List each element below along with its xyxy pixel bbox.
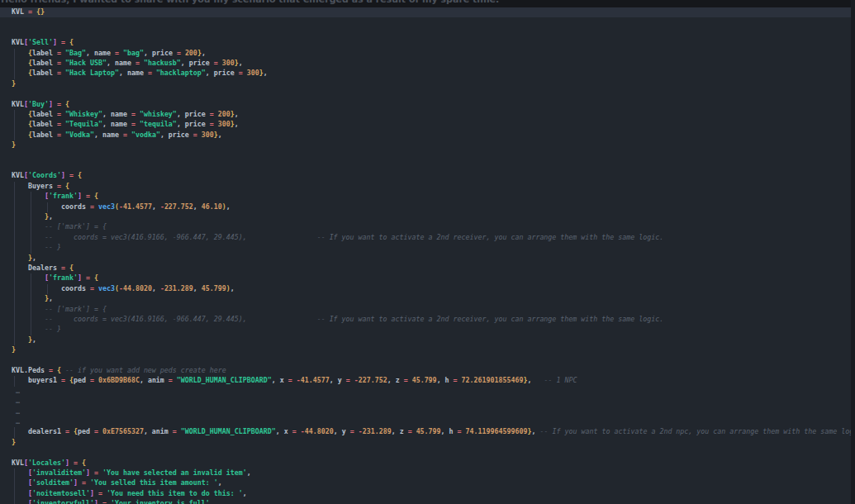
code-token-num: 46.10 — [202, 202, 222, 211]
code-line: -- coords = vec3(416.9166, -966.447, 29.… — [0, 315, 855, 325]
code-token-brace: } — [12, 79, 16, 88]
code-token-str: "tequila" — [140, 120, 177, 128]
code-token-brace: { — [65, 100, 69, 108]
code-token-plain: , — [239, 59, 243, 67]
code-token-num: 45.799 — [416, 427, 441, 435]
code-token-dots: … — [12, 387, 20, 395]
code-token-num: 74.119964599609 — [466, 427, 528, 435]
code-token-plain: KVL.Peds — [12, 366, 49, 374]
code-token-str: 'You have selected an invalid item' — [102, 468, 247, 477]
code-token-plain: , name — [102, 120, 131, 128]
indent-guide — [12, 233, 45, 243]
code-token-plain: , — [230, 284, 235, 292]
code-token-plain: , price — [177, 110, 210, 118]
code-token-plain: KVL — [12, 171, 24, 179]
code-token-plain: , — [152, 202, 160, 211]
code-token-plain: , — [210, 499, 214, 504]
code-line: buyers1 = {ped = 0x6BD9B68C, anim = "WOR… — [0, 376, 855, 386]
code-token-plain: , — [202, 49, 206, 57]
code-token-plain: , — [152, 284, 160, 292]
code-token-plain: , — [243, 489, 247, 497]
code-editor[interactable]: KVL = {}KVL['Sell'] = { {label = "Bag", … — [0, 7, 855, 504]
code-line — [0, 17, 855, 27]
code-line: {label = "Whiskey", name = "whiskey", pr… — [0, 110, 855, 120]
code-token-comment: -- if you want add new peds create here — [65, 366, 226, 374]
code-token-dots: … — [12, 417, 20, 426]
code-token-plain: label — [32, 59, 57, 67]
code-token-str: 'You need this item to do this: ' — [107, 489, 243, 497]
code-token-plain: , price — [144, 49, 177, 57]
code-line: ['inventoryfull'] = 'Your inventory is f… — [0, 499, 855, 504]
code-token-brace: } — [12, 438, 16, 446]
indent-guide — [12, 478, 28, 488]
code-token-plain: , price — [181, 59, 214, 67]
code-line: ['frank'] = { — [0, 192, 855, 202]
code-line: KVL['Coords'] = { — [0, 171, 855, 181]
code-token-str: 'Buy' — [28, 100, 49, 108]
code-token-str: "Vodka" — [65, 131, 94, 139]
code-token-str: "Hack Laptop" — [65, 69, 119, 77]
code-token-brace: { — [69, 38, 74, 46]
code-token-num: 41.4577 — [301, 376, 330, 384]
code-line: {label = "Vodka", name = "vodka", price … — [0, 131, 855, 140]
code-line — [0, 448, 855, 458]
indent-guide — [12, 489, 28, 499]
code-token-str: 'Locales' — [28, 459, 65, 467]
code-token-plain: , name — [86, 49, 115, 57]
code-line: {label = "Hack Laptop", name = "hacklapt… — [0, 69, 855, 78]
indent-guide — [12, 202, 61, 212]
code-line: } — [0, 79, 855, 89]
code-token-plain: , y — [334, 427, 350, 435]
code-token-plain: , h — [441, 427, 458, 435]
code-token-str: "Bag" — [65, 49, 86, 57]
code-token-str: 'inventoryfull' — [32, 499, 94, 504]
code-token-plain: label — [32, 49, 57, 57]
code-token-num: 0xE7565327 — [102, 427, 144, 435]
code-line — [0, 28, 855, 38]
code-token-plain: , price — [177, 120, 210, 128]
indent-guide — [12, 243, 45, 253]
code-line: … — [0, 407, 855, 417]
code-token-num: 72.261901855469 — [462, 376, 524, 384]
code-token-plain: , — [49, 294, 53, 302]
code-line: }, — [0, 254, 855, 264]
code-token-num: 300 — [202, 131, 214, 139]
code-token-num: 227.752 — [164, 202, 193, 211]
code-token-str: 'Sell' — [28, 38, 53, 46]
code-token-plain: , x — [276, 427, 292, 435]
indent-guide — [12, 468, 28, 478]
code-line: Dealers = { — [0, 264, 855, 273]
code-token-num: 200 — [185, 49, 197, 57]
editor-window: Hello friends, I wanted to share with yo… — [0, 0, 855, 504]
code-token-plain: KVL — [12, 38, 24, 46]
code-token-comment: -- coords = vec3(416.9166, -966.447, 29.… — [12, 233, 663, 241]
indent-guide — [12, 254, 28, 264]
code-token-plain: , price — [206, 69, 239, 77]
code-line: KVL['Sell'] = { — [0, 38, 855, 48]
code-token-brace: } — [12, 345, 16, 354]
code-token-num: 231.289 — [164, 284, 193, 292]
code-line: } — [0, 438, 855, 448]
code-token-comment: -- coords = vec3(416.9166, -966.447, 29.… — [12, 315, 663, 323]
indent-guide — [12, 335, 28, 345]
code-token-str: 'frank' — [49, 273, 78, 282]
code-token-plain: , name — [94, 131, 123, 139]
code-token-plain: label — [32, 120, 57, 128]
indent-guide — [12, 182, 28, 192]
code-token-brace: { — [78, 171, 82, 179]
editor-right-edge — [851, 0, 855, 504]
code-token-brace: { — [82, 459, 86, 467]
code-token-comment: -- 1 NPC — [544, 376, 577, 384]
code-token-brace: { — [94, 192, 98, 200]
indent-guide — [12, 212, 45, 222]
code-token-num: 44.8020 — [123, 284, 152, 292]
code-token-str: "bag" — [123, 49, 144, 57]
code-token-num: 300 — [222, 59, 235, 67]
code-line — [0, 151, 855, 161]
code-line: }, — [0, 335, 855, 345]
code-token-str: 'You selled this item amount: ' — [90, 478, 218, 487]
code-token-plain: , price — [160, 131, 193, 139]
code-token-str: 'Coords' — [28, 171, 61, 179]
code-token-num: 231.289 — [363, 427, 392, 435]
code-line: -- ['mark'] = { — [0, 222, 855, 232]
